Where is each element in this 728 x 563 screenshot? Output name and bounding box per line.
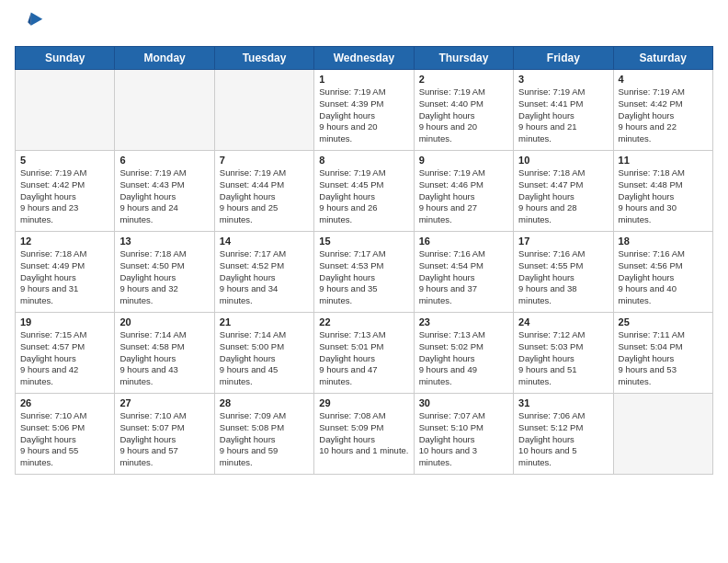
day-info: Sunrise: 7:19 AMSunset: 4:44 PMDaylight … [220, 167, 309, 226]
day-info: Sunrise: 7:19 AMSunset: 4:42 PMDaylight … [619, 86, 708, 145]
calendar-cell: 10Sunrise: 7:18 AMSunset: 4:47 PMDayligh… [514, 151, 613, 232]
calendar-cell: 3Sunrise: 7:19 AMSunset: 4:41 PMDaylight… [514, 70, 613, 151]
header-day-thursday: Thursday [414, 47, 513, 70]
header-day-sunday: Sunday [16, 47, 115, 70]
calendar-cell: 27Sunrise: 7:10 AMSunset: 5:07 PMDayligh… [115, 394, 214, 475]
calendar-cell: 14Sunrise: 7:17 AMSunset: 4:52 PMDayligh… [214, 232, 313, 313]
day-number: 1 [319, 74, 408, 85]
day-number: 17 [518, 236, 608, 247]
day-number: 3 [518, 74, 608, 85]
day-info: Sunrise: 7:16 AMSunset: 4:55 PMDaylight … [518, 248, 608, 307]
day-number: 25 [619, 316, 708, 327]
day-number: 31 [518, 397, 608, 408]
day-info: Sunrise: 7:18 AMSunset: 4:50 PMDaylight … [119, 248, 209, 307]
calendar-cell: 13Sunrise: 7:18 AMSunset: 4:50 PMDayligh… [115, 232, 214, 313]
day-number: 19 [20, 316, 109, 327]
week-row-2: 5Sunrise: 7:19 AMSunset: 4:42 PMDaylight… [16, 151, 713, 232]
day-info: Sunrise: 7:19 AMSunset: 4:40 PMDaylight … [419, 86, 508, 145]
calendar-header: SundayMondayTuesdayWednesdayThursdayFrid… [16, 47, 713, 70]
day-info: Sunrise: 7:13 AMSunset: 5:02 PMDaylight … [419, 329, 508, 388]
day-info: Sunrise: 7:17 AMSunset: 4:52 PMDaylight … [220, 248, 309, 307]
calendar-cell: 18Sunrise: 7:16 AMSunset: 4:56 PMDayligh… [613, 232, 712, 313]
day-info: Sunrise: 7:16 AMSunset: 4:56 PMDaylight … [619, 248, 708, 307]
svg-marker-0 [31, 13, 42, 26]
day-info: Sunrise: 7:14 AMSunset: 5:00 PMDaylight … [220, 329, 309, 388]
day-number: 26 [20, 397, 109, 408]
day-info: Sunrise: 7:06 AMSunset: 5:12 PMDaylight … [518, 410, 608, 469]
day-number: 30 [419, 397, 508, 408]
day-number: 15 [319, 236, 408, 247]
day-info: Sunrise: 7:19 AMSunset: 4:42 PMDaylight … [20, 167, 109, 226]
day-number: 6 [119, 155, 209, 166]
day-number: 4 [619, 74, 708, 85]
calendar-cell: 8Sunrise: 7:19 AMSunset: 4:45 PMDaylight… [314, 151, 414, 232]
day-number: 9 [419, 155, 508, 166]
calendar-cell: 20Sunrise: 7:14 AMSunset: 4:58 PMDayligh… [115, 313, 214, 394]
day-number: 24 [518, 316, 608, 327]
day-number: 16 [419, 236, 508, 247]
day-info: Sunrise: 7:14 AMSunset: 4:58 PMDaylight … [119, 329, 209, 388]
calendar-body: 1Sunrise: 7:19 AMSunset: 4:39 PMDaylight… [16, 70, 713, 475]
day-info: Sunrise: 7:19 AMSunset: 4:39 PMDaylight … [319, 86, 408, 145]
week-row-3: 12Sunrise: 7:18 AMSunset: 4:49 PMDayligh… [16, 232, 713, 313]
calendar-cell [16, 70, 115, 151]
page: SundayMondayTuesdayWednesdayThursdayFrid… [0, 0, 728, 563]
calendar-cell: 23Sunrise: 7:13 AMSunset: 5:02 PMDayligh… [414, 313, 513, 394]
calendar-cell [214, 70, 313, 151]
calendar-cell: 7Sunrise: 7:19 AMSunset: 4:44 PMDaylight… [214, 151, 313, 232]
calendar-cell: 22Sunrise: 7:13 AMSunset: 5:01 PMDayligh… [314, 313, 414, 394]
day-number: 2 [419, 74, 508, 85]
calendar-cell: 16Sunrise: 7:16 AMSunset: 4:54 PMDayligh… [414, 232, 513, 313]
calendar-cell: 19Sunrise: 7:15 AMSunset: 4:57 PMDayligh… [16, 313, 115, 394]
svg-marker-1 [28, 13, 31, 26]
calendar-cell: 21Sunrise: 7:14 AMSunset: 5:00 PMDayligh… [214, 313, 313, 394]
day-number: 10 [518, 155, 608, 166]
week-row-1: 1Sunrise: 7:19 AMSunset: 4:39 PMDaylight… [16, 70, 713, 151]
day-info: Sunrise: 7:19 AMSunset: 4:43 PMDaylight … [119, 167, 209, 226]
day-number: 20 [119, 316, 209, 327]
calendar-cell: 17Sunrise: 7:16 AMSunset: 4:55 PMDayligh… [514, 232, 613, 313]
calendar-cell: 30Sunrise: 7:07 AMSunset: 5:10 PMDayligh… [414, 394, 513, 475]
day-info: Sunrise: 7:09 AMSunset: 5:08 PMDaylight … [220, 410, 309, 469]
day-info: Sunrise: 7:08 AMSunset: 5:09 PMDaylight … [319, 410, 408, 457]
day-number: 11 [619, 155, 708, 166]
day-info: Sunrise: 7:19 AMSunset: 4:45 PMDaylight … [319, 167, 408, 226]
day-number: 22 [319, 316, 408, 327]
header-day-tuesday: Tuesday [214, 47, 313, 70]
day-number: 21 [220, 316, 309, 327]
calendar-cell [115, 70, 214, 151]
logo-icon [15, 9, 44, 39]
calendar-cell: 25Sunrise: 7:11 AMSunset: 5:04 PMDayligh… [613, 313, 712, 394]
day-number: 29 [319, 397, 408, 408]
calendar-cell: 28Sunrise: 7:09 AMSunset: 5:08 PMDayligh… [214, 394, 313, 475]
header-row: SundayMondayTuesdayWednesdayThursdayFrid… [16, 47, 713, 70]
calendar-table: SundayMondayTuesdayWednesdayThursdayFrid… [15, 46, 713, 475]
day-info: Sunrise: 7:19 AMSunset: 4:46 PMDaylight … [419, 167, 508, 226]
day-number: 12 [20, 236, 109, 247]
header-day-monday: Monday [115, 47, 214, 70]
day-number: 23 [419, 316, 508, 327]
day-info: Sunrise: 7:18 AMSunset: 4:47 PMDaylight … [518, 167, 608, 226]
calendar-cell: 24Sunrise: 7:12 AMSunset: 5:03 PMDayligh… [514, 313, 613, 394]
week-row-5: 26Sunrise: 7:10 AMSunset: 5:06 PMDayligh… [16, 394, 713, 475]
day-info: Sunrise: 7:10 AMSunset: 5:07 PMDaylight … [119, 410, 209, 469]
header-day-friday: Friday [514, 47, 613, 70]
calendar-cell: 2Sunrise: 7:19 AMSunset: 4:40 PMDaylight… [414, 70, 513, 151]
day-number: 8 [319, 155, 408, 166]
calendar-cell: 26Sunrise: 7:10 AMSunset: 5:06 PMDayligh… [16, 394, 115, 475]
day-info: Sunrise: 7:15 AMSunset: 4:57 PMDaylight … [20, 329, 109, 388]
header-day-wednesday: Wednesday [314, 47, 414, 70]
calendar-cell [613, 394, 712, 475]
day-number: 7 [220, 155, 309, 166]
calendar-cell: 1Sunrise: 7:19 AMSunset: 4:39 PMDaylight… [314, 70, 414, 151]
calendar-cell: 12Sunrise: 7:18 AMSunset: 4:49 PMDayligh… [16, 232, 115, 313]
day-info: Sunrise: 7:19 AMSunset: 4:41 PMDaylight … [518, 86, 608, 145]
day-info: Sunrise: 7:18 AMSunset: 4:49 PMDaylight … [20, 248, 109, 307]
calendar-cell: 15Sunrise: 7:17 AMSunset: 4:53 PMDayligh… [314, 232, 414, 313]
calendar-cell: 4Sunrise: 7:19 AMSunset: 4:42 PMDaylight… [613, 70, 712, 151]
day-info: Sunrise: 7:18 AMSunset: 4:48 PMDaylight … [619, 167, 708, 226]
day-info: Sunrise: 7:11 AMSunset: 5:04 PMDaylight … [619, 329, 708, 388]
day-number: 18 [619, 236, 708, 247]
day-info: Sunrise: 7:16 AMSunset: 4:54 PMDaylight … [419, 248, 508, 307]
day-info: Sunrise: 7:17 AMSunset: 4:53 PMDaylight … [319, 248, 408, 307]
